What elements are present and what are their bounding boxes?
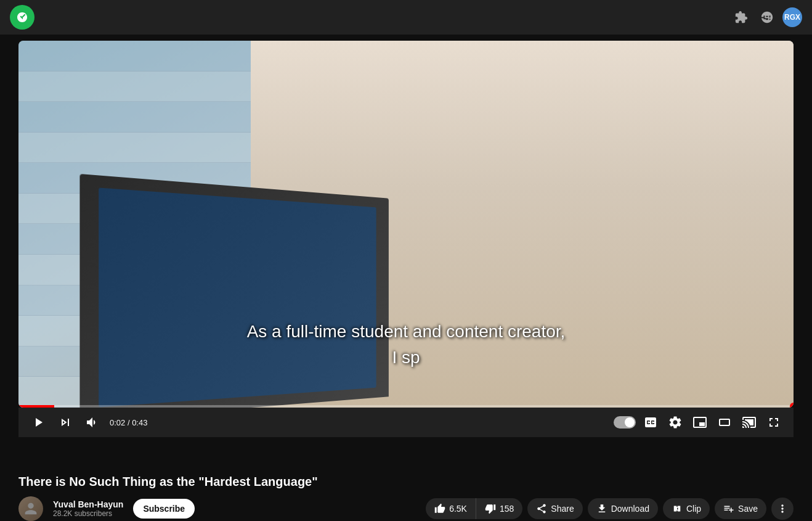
next-button[interactable] <box>55 412 75 432</box>
volume-button[interactable] <box>83 412 102 432</box>
laptop-silhouette <box>79 174 389 408</box>
dislike-button[interactable]: 158 <box>476 498 522 519</box>
user-avatar[interactable]: RGX <box>782 7 802 27</box>
progress-bar[interactable] <box>18 405 794 408</box>
video-player[interactable]: As a full-time student and content creat… <box>18 41 794 408</box>
play-button[interactable] <box>28 412 48 432</box>
clip-label: Clip <box>686 504 701 514</box>
time-display: 0:02 / 0:43 <box>110 418 147 427</box>
channel-name[interactable]: Yuval Ben-Hayun <box>53 499 123 509</box>
download-button[interactable]: Download <box>588 498 658 519</box>
share-label: Share <box>551 504 574 514</box>
grammarly-logo[interactable] <box>10 5 35 30</box>
subscribe-button[interactable]: Subscribe <box>133 499 195 519</box>
cast-button[interactable] <box>739 412 759 432</box>
video-container: As a full-time student and content creat… <box>0 35 812 466</box>
settings-button[interactable] <box>665 412 685 432</box>
dislike-count: 158 <box>500 504 514 514</box>
like-dislike-group: 6.5K 158 <box>426 498 522 519</box>
more-options-button[interactable] <box>771 498 794 520</box>
like-count: 6.5K <box>449 504 467 514</box>
top-bar: RGX <box>0 0 812 35</box>
save-button[interactable]: Save <box>715 498 766 519</box>
like-button[interactable]: 6.5K <box>426 498 476 519</box>
subtitle-overlay: As a full-time student and content creat… <box>18 319 794 371</box>
channel-info: Yuval Ben-Hayun 28.2K subscribers <box>53 499 123 518</box>
progress-fill <box>18 405 54 408</box>
subscriber-count: 28.2K subscribers <box>53 509 123 518</box>
channel-row: Yuval Ben-Hayun 28.2K subscribers Subscr… <box>18 496 794 521</box>
video-scene: As a full-time student and content creat… <box>18 41 794 408</box>
subtitle-line1: As a full-time student and content creat… <box>18 319 794 345</box>
extensions-button[interactable] <box>731 7 752 28</box>
progress-dot <box>790 403 794 408</box>
subtitle-line2: I sp <box>18 345 794 371</box>
video-info: There is No Such Thing as the "Hardest L… <box>0 466 812 521</box>
toggle-knob <box>625 417 635 427</box>
controls-right <box>614 412 784 432</box>
save-label: Save <box>738 504 758 514</box>
auto-toggle[interactable] <box>614 416 636 429</box>
video-title: There is No Such Thing as the "Hardest L… <box>18 475 794 489</box>
share-button[interactable]: Share <box>527 498 582 519</box>
logo-area <box>10 5 35 30</box>
toggle-track[interactable] <box>614 416 636 429</box>
channel-avatar[interactable] <box>18 496 43 521</box>
account-icon-button[interactable] <box>757 7 777 28</box>
download-label: Download <box>611 504 649 514</box>
page-wrapper: RGX <box>0 0 812 521</box>
cc-button[interactable] <box>641 412 660 432</box>
miniplayer-button[interactable] <box>690 412 710 432</box>
controls-bar: 0:02 / 0:43 <box>18 408 794 437</box>
fullscreen-button[interactable] <box>764 412 784 432</box>
top-bar-right: RGX <box>731 7 802 28</box>
laptop-screen <box>99 187 376 407</box>
actions-right: 6.5K 158 Share <box>426 498 794 520</box>
theater-mode-button[interactable] <box>715 412 734 432</box>
clip-button[interactable]: Clip <box>663 498 710 519</box>
